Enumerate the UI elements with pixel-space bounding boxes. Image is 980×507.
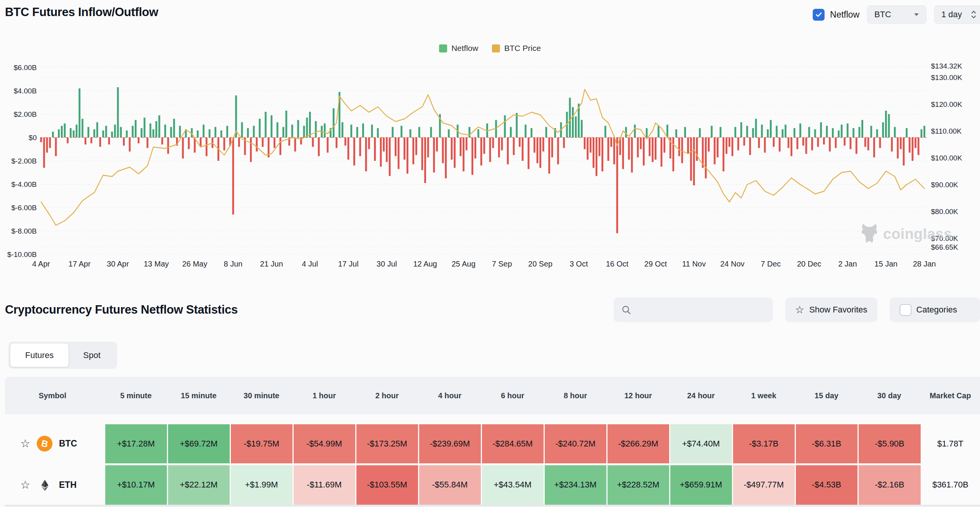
netflow-bar	[770, 120, 772, 137]
netflow-bar	[835, 137, 837, 148]
netflow-bar	[859, 127, 861, 137]
x-tick-label: 28 Jan	[913, 260, 936, 268]
x-tick-label: 3 Oct	[570, 260, 588, 268]
netflow-bar	[779, 137, 781, 152]
netflow-value-cell: +$17.28M	[105, 419, 167, 464]
categories-button[interactable]: Categories	[890, 298, 980, 322]
interval-select[interactable]: 1 day	[934, 5, 980, 24]
column-header-24-hour[interactable]: 24 hour	[670, 377, 732, 419]
column-header-4-hour[interactable]: 4 hour	[418, 377, 481, 419]
x-tick-label: 17 Apr	[69, 260, 91, 268]
svg-text:$80.00K: $80.00K	[931, 208, 958, 216]
netflow-bar	[755, 119, 757, 137]
netflow-bar	[805, 137, 807, 154]
netflow-bar	[469, 127, 470, 137]
netflow-value-cell: -$54.99M	[293, 419, 356, 464]
netflow-bar	[625, 127, 627, 137]
categories-checkbox[interactable]	[900, 304, 911, 316]
favorite-star-icon[interactable]: ☆	[20, 438, 30, 449]
netflow-bar	[474, 137, 476, 159]
symbol-select-value: BTC	[874, 10, 891, 20]
netflow-bar	[386, 137, 388, 162]
column-header-30-day[interactable]: 30 day	[858, 377, 921, 419]
netflow-bar	[117, 87, 119, 137]
netflow-bar	[454, 137, 456, 168]
netflow-bar	[333, 108, 335, 137]
netflow-value-cell: -$2.16B	[858, 464, 921, 505]
netflow-bar	[525, 124, 527, 137]
column-header-15-day[interactable]: 15 day	[795, 377, 858, 419]
netflow-bar	[923, 126, 925, 138]
netflow-bar	[442, 137, 444, 163]
netflow-bar	[534, 137, 536, 153]
tab-futures[interactable]: Futures	[10, 343, 69, 367]
netflow-bar	[658, 126, 660, 138]
symbol-search[interactable]	[614, 298, 773, 322]
legend-item-btc-price[interactable]: BTC Price	[492, 44, 541, 53]
netflow-bar	[348, 137, 350, 160]
netflow-bar	[649, 137, 651, 156]
netflow-bar	[563, 137, 565, 148]
netflow-bar	[610, 137, 612, 147]
search-input[interactable]	[636, 305, 765, 314]
netflow-toggle[interactable]: Netflow	[813, 9, 859, 21]
netflow-bar	[720, 127, 722, 137]
x-axis: 4 Apr17 Apr30 Apr13 May26 May8 Jun21 Jun…	[32, 260, 936, 268]
legend-item-netflow[interactable]: Netflow	[439, 44, 478, 53]
netflow-bar	[734, 127, 736, 137]
table-row-eth: ☆ETH+$10.17M+$22.12M+$1.99M-$11.69M-$103…	[5, 464, 980, 505]
netflow-bar	[67, 137, 69, 143]
netflow-checkbox[interactable]	[813, 9, 825, 21]
column-header-2-hour[interactable]: 2 hour	[356, 377, 418, 419]
column-header-market-cap[interactable]: Market Cap	[921, 377, 980, 419]
y-axis-left: $6.00B$4.00B$2.00B$0$-2.00B$-4.00B$-6.00…	[7, 64, 37, 258]
netflow-bar	[380, 137, 382, 167]
netflow-value-cell: +$1.99M	[230, 464, 293, 505]
netflow-bar	[318, 137, 320, 156]
netflow-bar	[634, 124, 636, 137]
column-header-1-week[interactable]: 1 week	[732, 377, 795, 419]
show-favorites-button[interactable]: ☆ Show Favorites	[785, 298, 877, 322]
netflow-bar	[740, 122, 742, 137]
x-tick-label: 26 May	[182, 260, 207, 268]
x-tick-label: 25 Aug	[452, 260, 475, 268]
favorite-star-icon[interactable]: ☆	[20, 479, 30, 491]
netflow-bar	[226, 126, 228, 138]
x-tick-label: 13 May	[144, 260, 169, 268]
column-header-15-minute[interactable]: 15 minute	[167, 377, 230, 419]
x-tick-label: 17 Jul	[338, 260, 358, 268]
netflow-value-cell: -$19.75M	[230, 419, 293, 464]
netflow-bar	[903, 137, 905, 165]
netflow-bar	[906, 128, 908, 137]
tab-spot[interactable]: Spot	[69, 343, 115, 367]
chart-section: Netflow BTC Price $6.00B$4.00B$2.00B$0$-…	[0, 43, 980, 273]
netflow-bar	[663, 137, 665, 153]
search-icon	[621, 305, 631, 315]
netflow-bar	[587, 137, 589, 160]
netflow-bar	[894, 127, 896, 137]
netflow-bar	[144, 118, 145, 137]
column-header-symbol[interactable]: Symbol	[5, 377, 105, 419]
netflow-bar	[206, 137, 207, 156]
symbol-cell[interactable]: ☆ETH	[5, 464, 105, 505]
symbol-cell[interactable]: ☆BBTC	[5, 419, 105, 464]
column-header-8-hour[interactable]: 8 hour	[544, 377, 607, 419]
column-header-30-minute[interactable]: 30 minute	[230, 377, 293, 419]
netflow-chart-canvas[interactable]: $6.00B$4.00B$2.00B$0$-2.00B$-4.00B$-6.00…	[0, 54, 980, 273]
spinner-icon	[971, 10, 977, 20]
netflow-bar	[510, 127, 512, 137]
column-header-6-hour[interactable]: 6 hour	[481, 377, 544, 419]
netflow-bar	[407, 137, 408, 174]
netflow-bar	[472, 137, 474, 175]
netflow-value-cell: -$239.69M	[418, 419, 481, 464]
column-header-1-hour[interactable]: 1 hour	[293, 377, 356, 419]
legend-btc-price-label: BTC Price	[504, 44, 541, 53]
netflow-bar	[150, 123, 152, 137]
x-tick-label: 29 Oct	[644, 260, 667, 268]
symbol-select[interactable]: BTC	[867, 5, 926, 24]
legend-netflow-label: Netflow	[451, 44, 478, 53]
column-header-5-minute[interactable]: 5 minute	[105, 377, 167, 419]
netflow-bar	[743, 137, 745, 146]
netflow-bar	[43, 137, 45, 168]
column-header-12-hour[interactable]: 12 hour	[607, 377, 670, 419]
